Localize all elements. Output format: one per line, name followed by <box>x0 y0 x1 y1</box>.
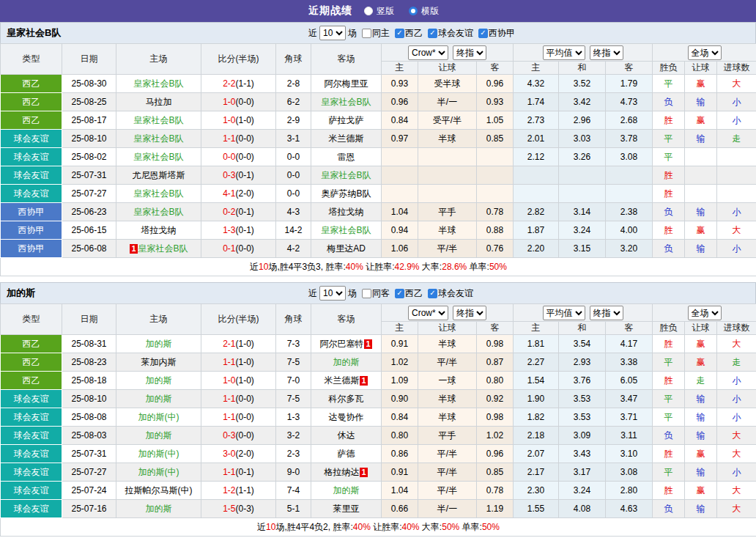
checkbox-unchecked-icon[interactable] <box>362 29 371 38</box>
header-select[interactable]: 终指 <box>453 45 486 60</box>
header-select[interactable]: 平均值 <box>543 45 585 60</box>
away-team[interactable]: 梅里达AD <box>311 240 382 258</box>
home-team[interactable]: 拉斯帕尔马斯(中) <box>116 482 201 500</box>
recent-count-select[interactable]: 10 <box>319 286 346 301</box>
home-team[interactable]: 马拉加 <box>116 93 201 111</box>
column-subheader: 和 <box>559 322 606 335</box>
average-odds: 3.52 <box>559 75 606 93</box>
header-select[interactable]: 终指 <box>590 45 623 60</box>
average-odds: 3.43 <box>559 445 606 463</box>
header-select[interactable]: 终指 <box>453 306 486 320</box>
filter-checkbox[interactable]: ✓西协甲 <box>478 27 515 40</box>
home-team[interactable]: 加的斯 <box>116 390 201 408</box>
header-select[interactable]: Crow* <box>408 45 448 60</box>
checkbox-checked-icon[interactable]: ✓ <box>395 29 404 38</box>
away-team[interactable]: 米兰德斯1 <box>311 372 382 390</box>
away-team[interactable]: 皇家社会B队 <box>311 221 382 240</box>
home-team[interactable]: 尤尼恩斯塔斯 <box>116 166 201 185</box>
home-team[interactable]: 皇家社会B队 <box>116 148 201 166</box>
match-date: 25-08-02 <box>62 148 116 166</box>
home-team[interactable]: 皇家社会B队 <box>116 185 201 203</box>
away-team[interactable]: 塔拉戈纳 <box>311 203 382 221</box>
home-team[interactable]: 加的斯 <box>116 500 201 518</box>
filter-checkbox[interactable]: 同主 <box>362 27 390 40</box>
home-team[interactable]: 皇家社会B队 <box>116 130 201 148</box>
home-team-name: 加的斯 <box>146 504 172 514</box>
result-cell: 输 <box>685 130 717 148</box>
home-team[interactable]: 皇家社会B队 <box>116 75 201 93</box>
radio-unchecked-icon[interactable] <box>364 7 373 15</box>
column-subheader: 让球 <box>418 62 477 75</box>
away-team[interactable]: 皇家社会B队 <box>311 166 382 185</box>
layout-radio-horizontal[interactable]: 横版 <box>409 5 439 18</box>
column-subheader: 进球数 <box>717 62 756 75</box>
checkbox-checked-icon[interactable]: ✓ <box>428 29 437 38</box>
filter-checkbox[interactable]: 同客 <box>362 287 390 300</box>
team-name[interactable]: 皇家社会B队 <box>7 26 61 40</box>
handicap-odds: 一球 <box>418 372 477 390</box>
away-team[interactable]: 加的斯 <box>311 353 382 372</box>
home-team[interactable]: 加的斯 <box>116 427 201 445</box>
home-team-name: 马拉加 <box>146 97 172 107</box>
away-team[interactable]: 雷恩 <box>311 148 382 166</box>
home-team[interactable]: 莱加内斯 <box>116 353 201 372</box>
checkbox-checked-icon[interactable]: ✓ <box>428 289 437 298</box>
team-name[interactable]: 加的斯 <box>7 287 35 300</box>
away-team[interactable]: 萨德 <box>311 445 382 463</box>
header-select[interactable]: 全场 <box>688 306 722 320</box>
home-team[interactable]: 塔拉戈纳 <box>116 221 201 240</box>
home-team[interactable]: 加的斯 <box>116 372 201 390</box>
away-team[interactable]: 休达 <box>311 427 382 445</box>
fulltime-score: 1-2 <box>223 485 235 495</box>
handicap-odds: 0.80 <box>382 427 418 445</box>
average-odds: 3.10 <box>606 445 653 463</box>
checkbox-unchecked-icon[interactable] <box>362 289 371 298</box>
corner-score: 0-0 <box>276 148 311 166</box>
away-team[interactable]: 奥萨苏纳B队 <box>311 185 382 203</box>
filter-checkbox[interactable]: ✓西乙 <box>395 287 423 300</box>
away-team[interactable]: 科尔多瓦 <box>311 390 382 408</box>
radio-checked-icon[interactable] <box>409 7 418 15</box>
recent-count-select[interactable]: 10 <box>319 26 346 40</box>
match-row: 球会友谊25-08-03加的斯0-3(0-0)3-2休达0.80平手1.022.… <box>1 427 756 445</box>
fulltime-score: 1-1 <box>223 357 235 367</box>
away-team[interactable]: 阿尔梅里亚 <box>311 75 382 93</box>
away-team[interactable]: 莱里亚 <box>311 500 382 518</box>
corner-score: 1-3 <box>276 408 311 427</box>
home-team[interactable]: 加的斯(中) <box>116 445 201 463</box>
filter-checkbox[interactable]: ✓西乙 <box>395 27 423 40</box>
filter-checkbox[interactable]: ✓球会友谊 <box>428 287 473 300</box>
average-odds <box>559 166 606 185</box>
header-select[interactable]: 终指 <box>590 306 623 320</box>
handicap-odds: 0.90 <box>382 390 418 408</box>
away-team[interactable]: 萨拉戈萨 <box>311 111 382 130</box>
home-team[interactable]: 加的斯 <box>116 335 201 353</box>
header-select[interactable]: Crow* <box>408 306 448 320</box>
away-team[interactable]: 米兰德斯 <box>311 130 382 148</box>
summary-cell: 近10场,胜4平3负3, 胜率:40% 让胜率:42.9% 大率:28.6% 单… <box>1 258 756 276</box>
layout-radio-vertical[interactable]: 竖版 <box>364 5 394 18</box>
away-team[interactable]: 阿尔巴塞特1 <box>311 335 382 353</box>
home-team[interactable]: 1皇家社会B队 <box>116 240 201 258</box>
checkbox-checked-icon[interactable]: ✓ <box>478 29 488 38</box>
header-select[interactable]: 全场 <box>688 45 722 60</box>
average-odds <box>606 166 653 185</box>
away-team[interactable]: 皇家社会B队 <box>311 93 382 111</box>
home-team[interactable]: 皇家社会B队 <box>116 203 201 221</box>
match-date: 25-07-27 <box>62 463 116 482</box>
average-odds: 1.79 <box>606 75 653 93</box>
away-team[interactable]: 格拉纳达1 <box>311 463 382 482</box>
summary-text: 让胜率: <box>363 262 395 272</box>
handicap-odds: 0.93 <box>382 75 418 93</box>
away-team[interactable]: 加的斯 <box>311 482 382 500</box>
home-team[interactable]: 皇家社会B队 <box>116 111 201 130</box>
handicap-odds: 平/半 <box>418 353 477 372</box>
filter-checkbox[interactable]: ✓球会友谊 <box>428 27 473 40</box>
away-team[interactable]: 达曼协作 <box>311 408 382 427</box>
header-select[interactable]: 平均值 <box>543 306 585 320</box>
checkbox-checked-icon[interactable]: ✓ <box>395 289 404 298</box>
halftime-score: (0-0) <box>236 430 254 441</box>
home-team[interactable]: 加的斯(中) <box>116 463 201 482</box>
average-odds: 4.63 <box>606 500 653 518</box>
home-team[interactable]: 加的斯(中) <box>116 408 201 427</box>
